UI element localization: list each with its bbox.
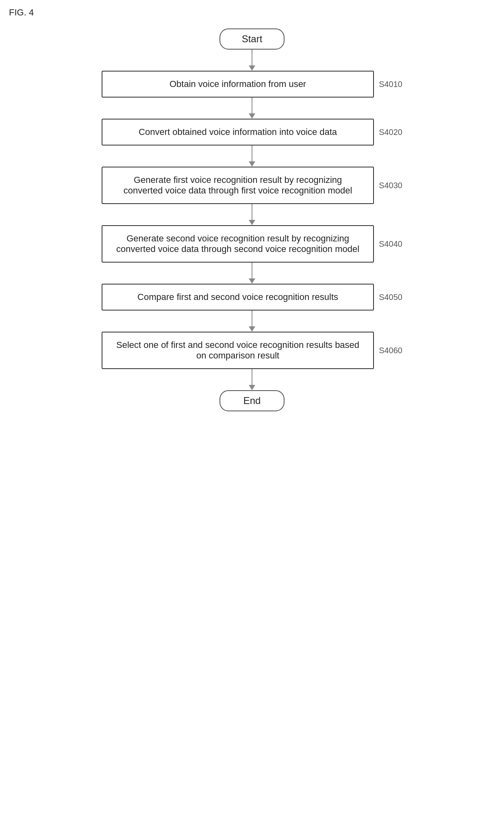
step-row-s4030: Generate first voice recognition result …: [102, 167, 402, 204]
step-id-s4010: S4010: [379, 80, 402, 89]
step-box-s4060: Select one of first and second voice rec…: [102, 332, 374, 369]
step-id-s4050: S4050: [379, 293, 402, 302]
step-row-s4040: Generate second voice recognition result…: [102, 225, 402, 263]
step-box-s4010: Obtain voice information from user: [102, 71, 374, 98]
step-box-s4020: Convert obtained voice information into …: [102, 119, 374, 146]
arrow-5: [249, 263, 255, 284]
step-box-s4030: Generate first voice recognition result …: [102, 167, 374, 204]
arrow-4: [249, 204, 255, 225]
step-box-s4050: Compare first and second voice recogniti…: [102, 284, 374, 311]
figure-label: FIG. 4: [9, 7, 34, 18]
step-row-s4010: Obtain voice information from user S4010: [102, 71, 402, 98]
step-id-s4030: S4030: [379, 181, 402, 190]
arrow-1: [249, 50, 255, 71]
step-id-s4040: S4040: [379, 239, 402, 249]
end-box: End: [219, 390, 285, 411]
step-row-s4050: Compare first and second voice recogniti…: [102, 284, 402, 311]
flowchart: Start Obtain voice information from user…: [0, 0, 504, 411]
arrow-2: [249, 98, 255, 119]
step-box-s4040: Generate second voice recognition result…: [102, 225, 374, 263]
step-id-s4060: S4060: [379, 346, 402, 355]
step-row-s4020: Convert obtained voice information into …: [102, 119, 402, 146]
arrow-7: [249, 369, 255, 390]
step-id-s4020: S4020: [379, 128, 402, 137]
step-row-s4060: Select one of first and second voice rec…: [102, 332, 402, 369]
arrow-3: [249, 146, 255, 167]
arrow-6: [249, 311, 255, 332]
start-box: Start: [219, 28, 285, 50]
